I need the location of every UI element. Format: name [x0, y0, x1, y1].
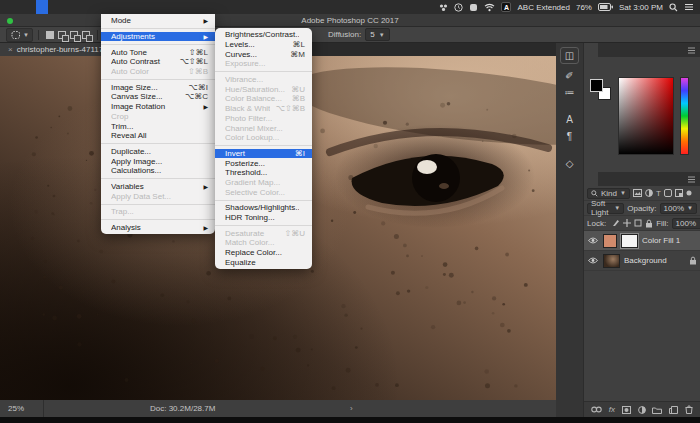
menu-item[interactable]: Analysis ▶: [101, 223, 215, 233]
menu-bar-item[interactable]: [24, 0, 36, 14]
app-extra-icon-2[interactable]: [469, 3, 478, 12]
menu-bar-clock[interactable]: Sat 3:00 PM: [619, 3, 663, 12]
layer-row-background[interactable]: Background: [584, 251, 700, 271]
add-to-selection-icon[interactable]: [58, 31, 66, 39]
menu-item[interactable]: Canvas Size... ⌥⌘C ▶: [101, 92, 215, 102]
new-adjustment-layer-icon[interactable]: [638, 406, 646, 414]
delete-layer-icon[interactable]: [685, 405, 693, 414]
new-layer-icon[interactable]: [669, 406, 678, 414]
panel-tab[interactable]: [584, 43, 598, 57]
menu-item[interactable]: Posterize... ▶: [215, 158, 312, 168]
panel-tab[interactable]: [584, 172, 598, 186]
filter-toggle-icon[interactable]: [686, 190, 692, 196]
layer-visibility-icon[interactable]: [587, 237, 599, 244]
menu-item[interactable]: Match Color... ▶: [215, 238, 312, 248]
input-source-icon[interactable]: A: [501, 2, 511, 12]
menu-item[interactable]: Replace Color... ▶: [215, 248, 312, 258]
intersect-selection-icon[interactable]: [82, 31, 90, 39]
menu-bar-item[interactable]: [84, 0, 96, 14]
menu-bar-item[interactable]: [0, 0, 12, 14]
menu-item[interactable]: Color Lookup... ▶: [215, 133, 312, 143]
character-panel-icon[interactable]: A: [566, 114, 573, 125]
menu-item[interactable]: Hue/Saturation... ⌘U ▶: [215, 84, 312, 94]
hue-slider[interactable]: [680, 77, 689, 155]
menu-item[interactable]: Adjustments ▶: [101, 32, 215, 42]
menu-item[interactable]: Image Rotation ▶: [101, 102, 215, 112]
menu-item[interactable]: HDR Toning... ▶: [215, 213, 312, 223]
menu-item[interactable]: Shadows/Highlights... ▶: [215, 203, 312, 213]
filter-adjustment-layers-icon[interactable]: [645, 189, 653, 197]
menu-bar-item[interactable]: [132, 0, 144, 14]
patch-tool-preset[interactable]: ▼: [6, 28, 33, 42]
panel-menu-icon[interactable]: [687, 43, 700, 57]
menu-item[interactable]: Mode ▶: [101, 16, 215, 26]
blend-mode-dropdown[interactable]: Soft Light ▼: [587, 203, 624, 214]
menu-item[interactable]: Duplicate... ▶: [101, 147, 215, 157]
fill-dropdown[interactable]: 100% ▼: [672, 218, 700, 229]
tab-close-icon[interactable]: ×: [8, 45, 13, 54]
menu-item[interactable]: Crop ▶: [101, 112, 215, 122]
menu-item[interactable]: Apply Data Set... ▶: [101, 191, 215, 201]
menu-item[interactable]: Invert ⌘I ▶: [215, 149, 312, 159]
window-zoom-button[interactable]: [7, 18, 13, 24]
notification-center-icon[interactable]: [684, 3, 694, 11]
background-layer-thumbnail[interactable]: [603, 254, 620, 268]
menu-item[interactable]: Apply Image... ▶: [101, 156, 215, 166]
panel-tab[interactable]: [598, 43, 612, 57]
menu-item[interactable]: Variables ▶: [101, 182, 215, 192]
filter-pixel-layers-icon[interactable]: [633, 189, 642, 197]
panel-tab[interactable]: [612, 172, 626, 186]
new-group-icon[interactable]: [652, 406, 662, 414]
menu-item[interactable]: Black & White... ⌥⇧⌘B ▶: [215, 104, 312, 114]
menu-item[interactable]: Equalize ▶: [215, 257, 312, 267]
menu-item[interactable]: Exposure... ▶: [215, 59, 312, 69]
filter-shape-layers-icon[interactable]: [664, 189, 672, 197]
fill-layer-thumbnail[interactable]: [603, 234, 617, 248]
filter-smart-objects-icon[interactable]: [675, 189, 683, 197]
lock-all-icon[interactable]: [645, 219, 653, 228]
input-source-name[interactable]: ABC Extended: [517, 3, 569, 12]
menu-item[interactable]: Curves... ⌘M ▶: [215, 49, 312, 59]
paragraph-panel-icon[interactable]: ¶: [567, 131, 572, 142]
menu-item[interactable]: Desaturate ⇧⌘U ▶: [215, 228, 312, 238]
menu-bar-item[interactable]: [72, 0, 84, 14]
opacity-dropdown[interactable]: 100% ▼: [660, 203, 697, 214]
wifi-icon[interactable]: [484, 3, 495, 12]
menu-item[interactable]: Threshold... ▶: [215, 168, 312, 178]
menu-item[interactable]: Selective Color... ▶: [215, 187, 312, 197]
menu-item[interactable]: Calculations... ▶: [101, 166, 215, 176]
brush-settings-panel-icon[interactable]: ≔: [565, 87, 575, 98]
menu-bar-item[interactable]: [108, 0, 120, 14]
add-layer-mask-icon[interactable]: [622, 406, 631, 414]
new-selection-icon[interactable]: [46, 31, 54, 39]
clock-app-icon[interactable]: [454, 3, 463, 12]
app-extra-icon-1[interactable]: [439, 3, 448, 12]
menu-item[interactable]: Color Balance... ⌘B ▶: [215, 94, 312, 104]
lock-position-icon[interactable]: [623, 219, 631, 227]
foreground-color-swatch[interactable]: [590, 79, 603, 92]
menu-item[interactable]: Channel Mixer... ▶: [215, 123, 312, 133]
menu-bar-item[interactable]: [96, 0, 108, 14]
diffusion-dropdown[interactable]: 5 ▼: [365, 28, 389, 41]
brush-panel-icon[interactable]: ✐: [565, 70, 573, 81]
zoom-level-field[interactable]: 25%: [0, 400, 44, 417]
subtract-from-selection-icon[interactable]: [70, 31, 78, 39]
menu-item[interactable]: Trap... ▶: [101, 207, 215, 217]
lock-pixels-icon[interactable]: [612, 219, 620, 227]
panel-menu-icon[interactable]: [687, 172, 700, 186]
menu-item[interactable]: Levels... ⌘L ▶: [215, 40, 312, 50]
layer-mask-thumbnail[interactable]: [621, 234, 638, 248]
menu-item[interactable]: Vibrance... ▶: [215, 75, 312, 85]
link-layers-icon[interactable]: [591, 406, 602, 413]
panel-tab[interactable]: [598, 172, 612, 186]
layer-effects-icon[interactable]: fx: [609, 405, 615, 414]
clone-source-panel-icon[interactable]: ◫: [560, 47, 579, 64]
menu-bar-item[interactable]: [60, 0, 72, 14]
menu-bar-item[interactable]: [36, 0, 48, 14]
layer-row-color-fill[interactable]: Color Fill 1: [584, 231, 700, 251]
saturation-brightness-field[interactable]: [618, 77, 674, 155]
menu-bar-item[interactable]: [48, 0, 60, 14]
status-chevron-icon[interactable]: ›: [350, 404, 353, 413]
foreground-background-swatches[interactable]: [590, 79, 614, 103]
menu-item[interactable]: Gradient Map... ▶: [215, 178, 312, 188]
